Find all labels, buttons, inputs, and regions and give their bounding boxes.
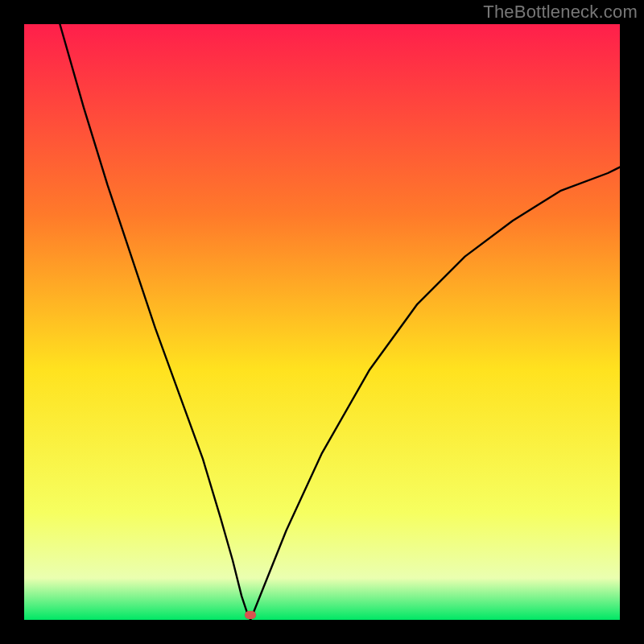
chart-frame: TheBottleneck.com bbox=[0, 0, 644, 644]
plot-area bbox=[24, 24, 620, 620]
gradient-background bbox=[24, 24, 620, 620]
watermark-text: TheBottleneck.com bbox=[483, 2, 638, 23]
plot-svg bbox=[24, 24, 620, 620]
minimum-marker bbox=[245, 611, 256, 619]
